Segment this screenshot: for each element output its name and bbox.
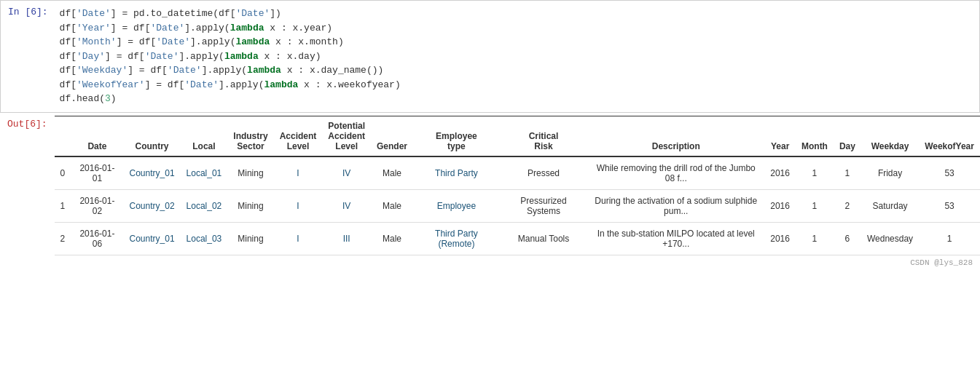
table-header: Month bbox=[796, 116, 834, 156]
output-cell: Out[6]: DateCountryLocalIndustrySectorAc… bbox=[0, 113, 980, 270]
table-cell: Pressurized Systems bbox=[500, 189, 587, 222]
table-cell: Country_02 bbox=[124, 189, 181, 222]
table-cell: 2016 bbox=[764, 189, 796, 222]
table-cell: 53 bbox=[919, 156, 980, 190]
table-cell: Local_03 bbox=[181, 222, 228, 255]
table-cell: Mining bbox=[227, 189, 273, 222]
watermark: CSDN @lys_828 bbox=[55, 255, 980, 267]
table-cell: Friday bbox=[861, 156, 919, 190]
table-cell: I bbox=[274, 156, 323, 190]
cell-in-label: In [6]: bbox=[1, 1, 55, 112]
code-line: df['Day'] = df['Date'].apply(lambda x : … bbox=[60, 49, 975, 64]
table-cell: IV bbox=[322, 156, 371, 190]
row-index: 0 bbox=[55, 156, 71, 190]
code-line: df['Month'] = df['Date'].apply(lambda x … bbox=[60, 35, 975, 49]
table-header: Description bbox=[587, 116, 764, 156]
code-line: df['Year'] = df['Date'].apply(lambda x :… bbox=[60, 21, 975, 36]
table-cell: 1 bbox=[796, 189, 834, 222]
table-cell: 2016-01-06 bbox=[71, 222, 123, 255]
table-header: Day bbox=[834, 116, 861, 156]
table-cell: Male bbox=[371, 156, 413, 190]
table-row: 22016-01-06Country_01Local_03MiningIIIIM… bbox=[55, 222, 980, 255]
code-block: df['Date'] = pd.to_datetime(df['Date'])d… bbox=[55, 1, 979, 112]
table-cell: 53 bbox=[919, 189, 980, 222]
data-table: DateCountryLocalIndustrySectorAccidentLe… bbox=[55, 116, 980, 255]
code-line: df['Date'] = pd.to_datetime(df['Date']) bbox=[60, 7, 975, 21]
table-row: 02016-01-01Country_01Local_01MiningIIVMa… bbox=[55, 156, 980, 190]
notebook: In [6]: df['Date'] = pd.to_datetime(df['… bbox=[0, 0, 980, 377]
table-cell: Saturday bbox=[861, 189, 919, 222]
table-header: Gender bbox=[371, 116, 413, 156]
table-cell: 1 bbox=[834, 156, 861, 190]
table-cell: Male bbox=[371, 189, 413, 222]
row-index: 2 bbox=[55, 222, 71, 255]
table-cell: While removing the drill rod of the Jumb… bbox=[587, 156, 764, 190]
table-cell: Local_01 bbox=[181, 156, 228, 190]
table-header: CriticalRisk bbox=[500, 116, 587, 156]
table-cell: 2016 bbox=[764, 222, 796, 255]
table-cell: 1 bbox=[796, 156, 834, 190]
table-cell: Country_01 bbox=[124, 156, 181, 190]
table-cell: During the activation of a sodium sulphi… bbox=[587, 189, 764, 222]
table-cell: Mining bbox=[227, 156, 273, 190]
code-line: df.head(3) bbox=[60, 92, 975, 106]
table-header: IndustrySector bbox=[227, 116, 273, 156]
table-cell: 2 bbox=[834, 189, 861, 222]
table-cell: Male bbox=[371, 222, 413, 255]
table-header: Employeetype bbox=[413, 116, 500, 156]
table-cell: 2016 bbox=[764, 156, 796, 190]
table-cell: In the sub-station MILPO located at leve… bbox=[587, 222, 764, 255]
cell-out-label: Out[6]: bbox=[0, 113, 55, 270]
table-header: Year bbox=[764, 116, 796, 156]
table-cell: I bbox=[274, 222, 323, 255]
table-cell: III bbox=[322, 222, 371, 255]
table-cell: Pressed bbox=[500, 156, 587, 190]
th-index bbox=[55, 116, 71, 156]
table-header: Date bbox=[71, 116, 123, 156]
table-header: Country bbox=[124, 116, 181, 156]
table-cell: Wednesday bbox=[861, 222, 919, 255]
table-cell: Third Party bbox=[413, 156, 500, 190]
table-cell: Mining bbox=[227, 222, 273, 255]
table-cell: 2016-01-01 bbox=[71, 156, 123, 190]
output-block: DateCountryLocalIndustrySectorAccidentLe… bbox=[55, 113, 980, 270]
table-cell: Third Party (Remote) bbox=[413, 222, 500, 255]
code-line: df['Weekday'] = df['Date'].apply(lambda … bbox=[60, 63, 975, 78]
table-header: WeekofYear bbox=[919, 116, 980, 156]
table-cell: I bbox=[274, 189, 323, 222]
table-cell: Country_01 bbox=[124, 222, 181, 255]
table-header: PotentialAccidentLevel bbox=[322, 116, 371, 156]
row-index: 1 bbox=[55, 189, 71, 222]
table-cell: 1 bbox=[919, 222, 980, 255]
table-cell: Manual Tools bbox=[500, 222, 587, 255]
table-cell: 2016-01-02 bbox=[71, 189, 123, 222]
table-row: 12016-01-02Country_02Local_02MiningIIVMa… bbox=[55, 189, 980, 222]
table-header: AccidentLevel bbox=[274, 116, 323, 156]
table-header: Weekday bbox=[861, 116, 919, 156]
table-cell: 6 bbox=[834, 222, 861, 255]
table-header: Local bbox=[181, 116, 228, 156]
code-cell: In [6]: df['Date'] = pd.to_datetime(df['… bbox=[0, 0, 980, 113]
table-cell: IV bbox=[322, 189, 371, 222]
table-cell: Local_02 bbox=[181, 189, 228, 222]
table-cell: 1 bbox=[796, 222, 834, 255]
table-cell: Employee bbox=[413, 189, 500, 222]
code-line: df['WeekofYear'] = df['Date'].apply(lamb… bbox=[60, 78, 975, 92]
